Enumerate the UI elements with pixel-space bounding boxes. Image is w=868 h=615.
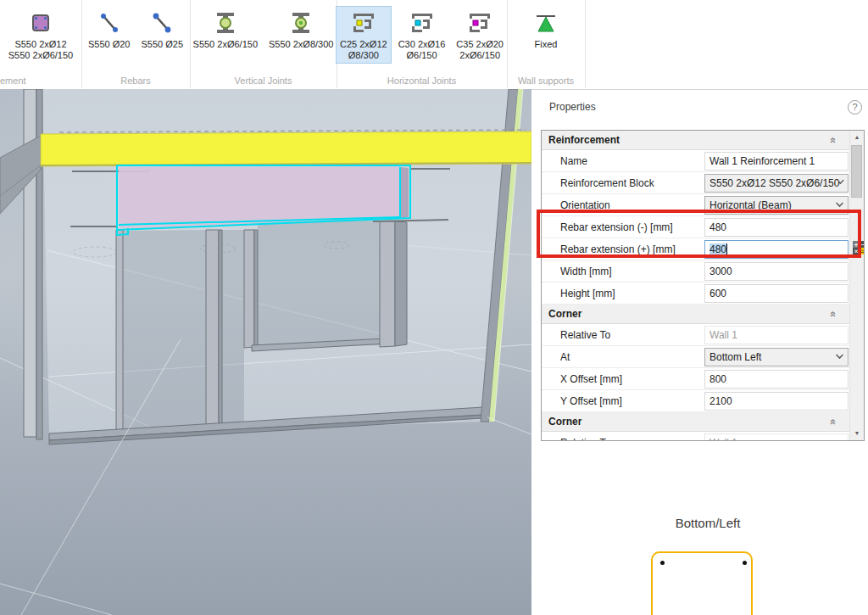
corner-dot-left [660,561,665,565]
horizontal-joint-icon [350,9,377,36]
section-label: Wall supports [507,75,585,86]
property-label: Reinforcement Block [554,177,704,189]
ribbon-tile-hjoint-c25[interactable]: C25 2xØ12 Ø8/300 [336,6,392,64]
property-label: Relative To [554,437,704,442]
collapse-chevron-icon[interactable]: » [826,137,838,143]
vertical-joint-icon [212,9,239,36]
ribbon-tile-rebar-25[interactable]: S550 Ø25 [137,6,188,53]
vertical-joint-icon [287,9,314,36]
property-label: Relative To [554,329,704,341]
scroll-down-icon[interactable]: ▼ [850,427,864,440]
tile-label: Fixed [535,39,558,50]
rebar-extension-minus-field[interactable]: 480 [704,218,849,237]
yellow-beam [41,131,531,166]
selected-text: 480 [709,243,726,255]
property-row-relative-to: Relative To Wall 1 [542,324,850,346]
orientation-select[interactable]: Horizontal (Beam) [704,196,849,215]
rebar-icon [148,9,175,36]
property-label: Width [mm] [554,266,704,277]
3d-scene [0,89,531,615]
tile-label: S550 2xØ12 S550 2xØ6/150 [8,39,73,61]
property-row-orientation: Orientation Horizontal (Beam) [542,194,850,216]
property-row-y-offset: Y Offset [mm] 2100 [542,390,850,412]
section-label: Horizontal Joints [337,75,507,86]
width-field[interactable]: 3000 [704,262,849,281]
property-label: Orientation [554,199,704,211]
3d-viewport[interactable] [0,89,531,615]
section-header-corner-1[interactable]: Corner » [542,305,850,324]
scrollbar-thumb[interactable] [851,145,862,198]
ribbon-section-rebars: S550 Ø20 S550 Ø25 Rebars [81,0,191,88]
ribbon-section-wall-supports: Fixed Wall supports [507,0,586,88]
reinforcement-block-select[interactable]: S550 2xØ12 S550 2xØ6/150 [704,174,849,193]
property-label: Rebar extension (+) [mm] [554,243,704,255]
help-icon[interactable]: ? [848,100,862,115]
property-row-at: At Bottom Left [542,346,850,368]
ribbon-tile-rebar-20[interactable]: S550 Ø20 [84,6,135,53]
collapse-chevron-icon[interactable]: » [826,311,838,317]
tile-label: C30 2xØ16 Ø6/150 [398,39,446,61]
fixed-support-icon [532,9,559,36]
property-row-width: Width [mm] 3000 [542,260,850,282]
ribbon-tile-hjoint-c35[interactable]: C35 2xØ20 2xØ6/150 [452,6,508,64]
section-label: Rebars [81,75,190,86]
reinforcement-block-icon [27,9,54,36]
property-row-reinforcement-block: Reinforcement Block S550 2xØ12 S550 2xØ6… [542,172,850,194]
horizontal-joint-icon [466,9,493,36]
corner-dot-right [743,561,747,565]
property-row-rebar-extension-plus: Rebar extension (+) [mm] 480 +−×= [542,238,850,260]
ribbon-tile-fixed-support[interactable]: Fixed [528,6,564,53]
collapse-chevron-icon[interactable]: » [826,419,838,425]
property-label: Rebar extension (-) [mm] [554,221,704,233]
tile-label: C35 2xØ20 2xØ6/150 [456,39,504,61]
section-title: Corner [548,308,581,320]
y-offset-field[interactable]: 2100 [704,392,849,411]
tile-label: S550 2xØ8/300 [269,39,333,50]
ribbon-section-reinforcement: S550 2xØ12 S550 2xØ6/150 ement [0,0,82,88]
property-row-height: Height [mm] 600 [542,282,850,305]
ribbon-tile-vjoint-8-300[interactable]: S550 2xØ8/300 [264,6,337,53]
section-label: Vertical Joints [190,75,337,86]
property-row-rebar-extension-minus: Rebar extension (-) [mm] 480 [542,216,850,238]
section-title: Reinforcement [548,134,620,146]
ribbon-tile-reinforcement-block[interactable]: S550 2xØ12 S550 2xØ6/150 [4,6,77,64]
dropdown-chevron-icon [836,199,843,207]
name-field[interactable]: Wall 1 Reinforcement 1 [704,152,849,171]
property-row-name: Name Wall 1 Reinforcement 1 [542,150,850,172]
ribbon-tile-vjoint-6-150[interactable]: S550 2xØ6/150 [189,6,262,53]
section-label: ement [0,75,81,86]
tile-label: S550 Ø25 [142,39,184,50]
horizontal-joint-icon [409,9,436,36]
ribbon-section-vertical-joints: S550 2xØ6/150 S550 2xØ8/300 Vertical Joi… [190,0,337,88]
rebar-icon [96,9,123,36]
tile-label: S550 Ø20 [88,39,131,50]
properties-grid: Reinforcement » Name Wall 1 Reinforcemen… [541,130,865,441]
property-label: At [554,351,704,363]
ribbon-tile-hjoint-c30[interactable]: C30 2xØ16 Ø6/150 [394,6,450,64]
relative-to-field: Wall 1 [704,326,849,344]
section-header-corner-2[interactable]: Corner » [542,412,850,432]
section-title: Corner [548,416,581,428]
height-field[interactable]: 600 [704,284,849,303]
corner-diagram [651,551,753,615]
x-offset-field[interactable]: 800 [704,370,849,389]
ribbon-toolbar: S550 2xØ12 S550 2xØ6/150 ement S550 Ø20 [0,0,868,90]
tile-label: S550 2xØ6/150 [193,39,258,50]
relative-to-field-2: Wall 1 [704,433,849,442]
property-label: Y Offset [mm] [554,395,704,407]
text-caret [726,243,727,255]
at-select[interactable]: Bottom Left [704,348,849,366]
property-row-relative-to-2: Relative To Wall 1 [542,432,850,441]
property-label: Name [554,155,704,167]
ribbon-section-horizontal-joints: C25 2xØ12 Ø8/300 C30 2xØ16 Ø6/150 [337,0,508,88]
dropdown-chevron-icon [836,351,843,359]
property-label: Height [mm] [554,288,704,299]
corner-diagram-caption: Bottom/Left [644,516,771,530]
property-label: X Offset [mm] [554,373,704,385]
properties-scrollbar[interactable]: ▲ ▼ [849,131,864,440]
scroll-up-icon[interactable]: ▲ [850,131,864,144]
properties-panel-title: Properties [549,101,596,113]
rebar-extension-plus-field[interactable]: 480 +−×= [704,240,849,259]
section-header-reinforcement[interactable]: Reinforcement » [542,131,850,150]
tile-label: C25 2xØ12 Ø8/300 [340,39,387,61]
